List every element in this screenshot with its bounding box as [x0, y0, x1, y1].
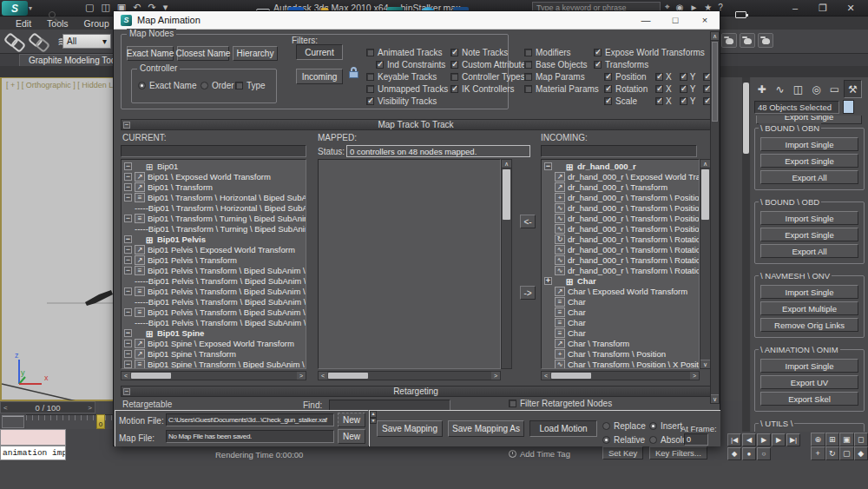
filter-checkbox[interactable]: Material Params: [524, 83, 599, 95]
tree-row[interactable]: Char \ Transform \ Position: [542, 348, 699, 359]
expand-icon[interactable]: −: [124, 162, 132, 170]
axis-checkbox[interactable]: Y: [680, 95, 696, 107]
expand-icon[interactable]: −: [124, 246, 132, 254]
rollout-button[interactable]: Export All: [760, 244, 858, 258]
filter-retargeted-checkbox[interactable]: Filter Retargeted Nodes: [509, 399, 612, 408]
expand-icon[interactable]: −: [124, 194, 132, 202]
next-frame-button[interactable]: ▶: [772, 433, 786, 446]
open-file-icon[interactable]: ◫: [101, 2, 109, 13]
rendered-frame-window-icon[interactable]: [740, 33, 755, 48]
controller-order-radio[interactable]: Order: [201, 81, 234, 90]
create-tab-icon[interactable]: ✚: [753, 80, 771, 98]
filter-incoming-button[interactable]: Incoming: [296, 69, 343, 84]
application-menu-arrow-icon[interactable]: ▾: [29, 4, 32, 12]
map-file-field[interactable]: No Map File has been saved.: [166, 430, 334, 443]
previous-frame-button[interactable]: ◀: [742, 433, 756, 446]
scroll-left-icon[interactable]: <: [319, 372, 327, 380]
tree-row[interactable]: dr_hand_000_r \ Transform \ Position \ Z…: [542, 223, 699, 234]
scroll-thumb[interactable]: [712, 42, 718, 122]
expand-icon[interactable]: −: [124, 183, 132, 191]
filter-checkbox[interactable]: Map Params: [524, 70, 599, 83]
play-button[interactable]: ▶: [757, 433, 771, 446]
filter-checkbox[interactable]: Note Tracks: [450, 46, 530, 58]
transform-filter-row[interactable]: Position XYZ: [604, 70, 719, 83]
close-button[interactable]: ✕: [837, 3, 865, 14]
new-file-icon[interactable]: ▢: [85, 2, 94, 13]
filter-checkbox[interactable]: Keyable Tracks: [366, 70, 448, 83]
maxscript-listener-pink-line[interactable]: [0, 429, 66, 446]
exact-name-button[interactable]: Exact Name: [127, 46, 174, 61]
motion-file-field[interactable]: C:\Users\Guest\Documents\3d...\Check_gun…: [166, 413, 334, 426]
scroll-right-icon[interactable]: >: [491, 372, 500, 380]
expand-icon[interactable]: −: [124, 350, 132, 358]
incoming-search-input[interactable]: [541, 145, 697, 157]
scroll-right-icon[interactable]: >: [297, 372, 306, 380]
hierarchy-button[interactable]: Hierarchy: [233, 46, 278, 61]
collapse-icon[interactable]: −: [123, 122, 130, 129]
battery-icon[interactable]: [735, 11, 746, 18]
tree-row[interactable]: − Bip01: [122, 161, 306, 171]
rollout-button[interactable]: Export UV: [760, 375, 858, 389]
current-hscrollbar[interactable]: <>: [121, 371, 306, 380]
tree-row[interactable]: − Bip01 Spine \ Transform \ Biped SubAni…: [122, 359, 306, 369]
tree-row[interactable]: Char: [542, 327, 699, 338]
menu-item[interactable]: Edit: [16, 18, 31, 29]
map-track-header[interactable]: − Map Track To Track: [121, 119, 711, 130]
zoom-icon[interactable]: ⊕: [811, 433, 825, 446]
tree-row[interactable]: -----Bip01 Pelvis \ Transform \ Biped Su…: [122, 296, 306, 307]
tree-row[interactable]: dr_hand_000_r \ Transform \ Rotation \ X…: [542, 244, 699, 254]
tree-row[interactable]: − Bip01 Spine: [122, 327, 306, 338]
tree-row[interactable]: dr_hand_000_r \ Transform \ Position \ X…: [542, 202, 699, 213]
tree-row[interactable]: -----Bip01 Pelvis \ Transform \ Biped Su…: [122, 275, 306, 286]
render-setup-icon[interactable]: [721, 33, 737, 48]
current-search-input[interactable]: [121, 145, 306, 157]
tree-row[interactable]: dr_hand_000_r \ Transform \ Rotation \ Z…: [542, 265, 699, 275]
set-key-button[interactable]: Set Key: [602, 446, 643, 459]
map-right-button[interactable]: ->: [520, 286, 536, 300]
mapped-scrollbar[interactable]: ∧: [501, 159, 512, 369]
modify-tab-icon[interactable]: ∿: [771, 80, 789, 98]
selection-filter-dropdown[interactable]: All▾: [62, 34, 111, 49]
tree-row[interactable]: dr_hand_000_r \ Transform \ Position \ Y…: [542, 213, 699, 223]
tree-row[interactable]: − Bip01 \ Transform \ Horizontal \ Biped…: [122, 192, 306, 202]
controller-type-checkbox[interactable]: Type: [235, 81, 266, 90]
load-motion-button[interactable]: Load Motion: [529, 420, 597, 437]
go-to-start-button[interactable]: |◀: [727, 433, 741, 446]
expand-icon[interactable]: −: [544, 162, 552, 170]
tree-row[interactable]: Char \ Transform \ Position \ X Position: [542, 359, 699, 369]
select-and-link-icon[interactable]: [5, 33, 24, 50]
timeline-prev-icon[interactable]: <: [3, 404, 8, 412]
expand-icon[interactable]: +: [544, 277, 552, 285]
scroll-thumb[interactable]: [701, 169, 709, 220]
tree-row[interactable]: − Bip01 Pelvis \ Transform \ Biped SubAn…: [122, 286, 306, 296]
tree-row[interactable]: − Bip01 Pelvis \ Transform \ Biped SubAn…: [122, 307, 306, 317]
tree-row[interactable]: dr_hand_000_r \ Transform: [542, 182, 699, 192]
expand-icon[interactable]: −: [124, 173, 132, 181]
tree-row[interactable]: Char: [542, 296, 699, 307]
scroll-down-icon[interactable]: ∨: [711, 394, 719, 403]
maximize-viewport-icon[interactable]: ◆: [854, 446, 868, 460]
tree-row[interactable]: − Bip01 Pelvis \ Transform: [122, 254, 306, 265]
time-configuration-button[interactable]: ○: [757, 447, 771, 460]
maxscript-mini-listener[interactable]: animation imp: [0, 446, 66, 460]
tree-row[interactable]: − Bip01 Spine \ Transform: [122, 348, 306, 359]
expand-icon[interactable]: −: [124, 308, 132, 316]
utilities-tab-icon[interactable]: ⚒: [844, 80, 862, 98]
scroll-thumb[interactable]: [503, 169, 510, 220]
axis-checkbox[interactable]: Y: [680, 70, 696, 83]
filter-checkbox[interactable]: Custom Attributes: [450, 58, 530, 70]
tree-row[interactable]: dr_hand_000_r \ Transform \ Position: [542, 192, 699, 202]
time-slider[interactable]: 0: [96, 414, 105, 429]
tree-row[interactable]: − dr_hand_000_r: [542, 161, 699, 171]
mini-curve-editor-button[interactable]: [2, 415, 24, 428]
expand-icon[interactable]: −: [124, 215, 132, 222]
incoming-hscrollbar[interactable]: <>: [541, 371, 700, 380]
zoom-all-icon[interactable]: ⊞: [825, 433, 840, 446]
expand-icon[interactable]: −: [124, 267, 132, 274]
dialog-maximize-button[interactable]: □: [661, 11, 690, 30]
rollout-button[interactable]: Import Single: [760, 137, 858, 151]
restore-button[interactable]: ❐: [809, 3, 837, 14]
timeline-next-icon[interactable]: >: [88, 404, 92, 412]
viewport-orthographic[interactable]: [ + ] [ Orthographic ] [ Hidden Line ] z…: [0, 77, 115, 401]
filter-checkbox[interactable]: Animated Tracks: [366, 46, 448, 58]
